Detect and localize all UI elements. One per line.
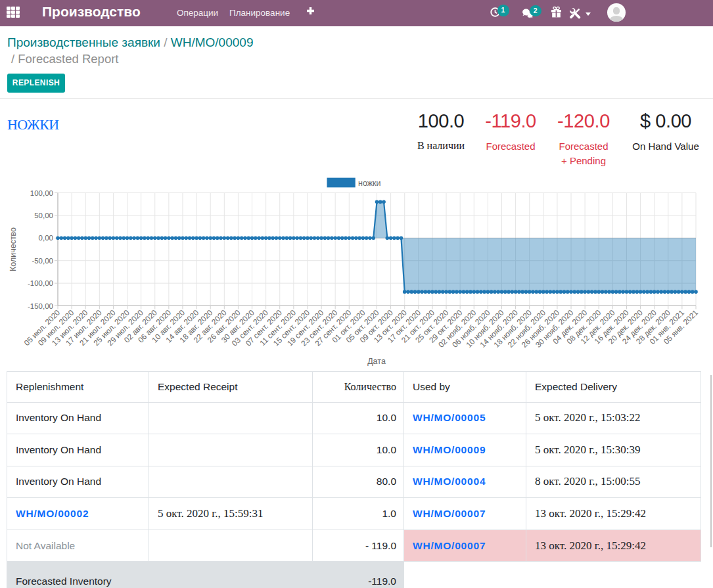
svg-text:Дата: Дата — [367, 357, 386, 366]
svg-text:-100,00: -100,00 — [28, 279, 53, 287]
svg-text:100,00: 100,00 — [30, 189, 53, 197]
svg-text:0,00: 0,00 — [39, 234, 53, 242]
svg-text:-150,00: -150,00 — [28, 302, 53, 310]
svg-text:Количество: Количество — [9, 227, 18, 271]
svg-text:50,00: 50,00 — [34, 212, 53, 219]
svg-text:-50,00: -50,00 — [32, 257, 53, 265]
svg-text:ножки: ножки — [358, 179, 381, 188]
